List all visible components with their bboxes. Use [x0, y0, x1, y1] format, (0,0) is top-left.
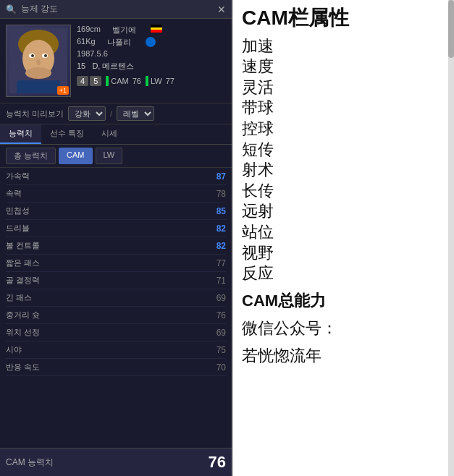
player-weight-row: 61Kg 나폴리 — [77, 37, 226, 48]
stat-row: 반응 속도70 — [6, 359, 226, 376]
stat-row: 중거리 슛76 — [6, 307, 226, 324]
player-name-row: 15 D, 메르텐스 — [77, 61, 226, 72]
info-item: 射术 — [242, 160, 445, 181]
country-flag — [151, 25, 162, 33]
stat-name: 골 결정력 — [6, 275, 40, 286]
player-face-svg — [9, 28, 67, 93]
scrollbar-track[interactable] — [448, 0, 454, 476]
stat-value: 69 — [204, 293, 226, 303]
svg-rect-9 — [17, 80, 60, 93]
info-item: 站位 — [242, 222, 445, 243]
close-button[interactable]: ✕ — [217, 4, 226, 15]
stat-value: 78 — [204, 189, 226, 199]
top-bar: 🔍 능제 강도 ✕ — [0, 0, 232, 19]
stat-value: 85 — [204, 206, 226, 216]
stat-value: 87 — [204, 171, 226, 182]
info-item: 速度 — [242, 56, 445, 77]
level-select[interactable]: 레벨 — [117, 106, 154, 121]
player-id: 15 — [77, 61, 85, 70]
info-total: CAM总能力 — [242, 290, 445, 312]
number-4: 4 — [77, 76, 88, 86]
ctrl-divider: / — [110, 109, 112, 118]
info-item: 带球 — [242, 98, 445, 119]
svg-point-7 — [36, 59, 41, 65]
sub-tabs: 총 능력치 CAM LW — [0, 145, 232, 168]
top-bar-title: 🔍 능제 강도 — [6, 3, 58, 15]
stat-name: 짧은 패스 — [6, 258, 40, 268]
stat-name: 시야 — [6, 344, 22, 355]
preview-label: 능력치 미리보기 — [6, 109, 64, 119]
info-item: 加速 — [242, 36, 445, 57]
stat-value: 82 — [204, 241, 226, 251]
subtab-total[interactable]: 총 능력치 — [6, 148, 56, 164]
stat-row: 시야75 — [6, 341, 226, 359]
stats-list: 가속력87속력78민첩성85드리블82볼 컨트롤82짧은 패스77골 결정력71… — [0, 168, 232, 448]
info-item: 远射 — [242, 201, 445, 222]
player-height: 169cm — [77, 25, 101, 35]
enhance-select[interactable]: 강화 — [68, 106, 106, 121]
stat-row: 드리블82 — [6, 220, 226, 237]
stat-row: 속력78 — [6, 185, 226, 203]
scrollbar-thumb[interactable] — [448, 0, 454, 58]
team-logo — [146, 37, 156, 47]
subtab-lw[interactable]: LW — [96, 148, 123, 164]
player-details: 169cm 벨기에 61Kg 나폴리 1987.5.6 15 D, 메르텐스 4 — [77, 25, 226, 97]
stat-value: 71 — [204, 276, 226, 286]
main-tabs: 능력치 선수 특징 시세 — [0, 124, 232, 145]
stat-name: 볼 컨트롤 — [6, 240, 40, 251]
stat-row: 위치 선정69 — [6, 324, 226, 341]
stat-row: 짧은 패스77 — [6, 255, 226, 272]
pos-lw-score: 77 — [166, 77, 175, 85]
search-icon: 🔍 — [6, 4, 17, 14]
stat-value: 70 — [204, 362, 226, 373]
stat-name: 가속력 — [6, 171, 30, 182]
stat-name: 드리블 — [6, 223, 30, 234]
tab-stats[interactable]: 능력치 — [0, 124, 41, 144]
pos-lw-label: LW — [151, 77, 162, 85]
controls-row: 능력치 미리보기 강화 / 레벨 — [0, 103, 232, 124]
player-numbers: 4 5 — [77, 76, 101, 86]
pos-bar-lw — [146, 76, 148, 86]
info-item: 视野 — [242, 243, 445, 264]
stat-value: 69 — [204, 328, 226, 338]
stat-name: 민첩성 — [6, 205, 30, 216]
stat-value: 77 — [204, 258, 226, 268]
left-panel: 🔍 능제 강도 ✕ — [0, 0, 232, 476]
stat-value: 76 — [204, 310, 226, 320]
stat-row: 긴 패스69 — [6, 289, 226, 307]
player-birth-row: 1987.5.6 — [77, 49, 226, 58]
stat-value: 75 — [204, 345, 226, 355]
info-wechat-id: 若恍惚流年 — [242, 345, 445, 367]
pos-cam-label: CAM — [111, 77, 128, 85]
player-birth: 1987.5.6 — [77, 49, 108, 58]
svg-point-5 — [31, 54, 34, 57]
pos-bar-cam — [106, 76, 109, 86]
pos-lw-item: LW 77 — [146, 76, 175, 86]
player-avatar: +1 — [6, 25, 71, 97]
info-item: 控球 — [242, 119, 445, 140]
info-item: 反应 — [242, 263, 445, 284]
stat-name: 반응 속도 — [6, 362, 40, 373]
info-item: 灵活 — [242, 77, 445, 98]
stat-name: 위치 선정 — [6, 327, 40, 338]
stat-name: 긴 패스 — [6, 292, 32, 303]
cam-total-label: CAM 능력치 — [6, 456, 54, 469]
stat-row: 가속력87 — [6, 168, 226, 185]
tab-market[interactable]: 시세 — [93, 124, 126, 144]
cam-total-value: 76 — [209, 453, 226, 472]
position-badges: 4 5 CAM 76 LW 77 — [77, 76, 226, 86]
rating-badge: +1 — [57, 86, 69, 95]
player-weight: 61Kg — [77, 37, 96, 48]
stat-row: 골 결정력71 — [6, 272, 226, 289]
stat-row: 볼 컨트롤82 — [6, 237, 226, 255]
pos-cam-score: 76 — [133, 77, 141, 85]
info-items-section: 加速速度灵活带球控球短传射术长传远射站位视野反应 — [242, 36, 445, 284]
player-info: +1 169cm 벨기에 61Kg 나폴리 1987.5.6 15 D, 메르텐… — [0, 19, 232, 103]
stat-value: 82 — [204, 224, 226, 234]
subtab-cam[interactable]: CAM — [59, 148, 92, 164]
tab-traits[interactable]: 선수 특징 — [41, 124, 93, 144]
topbar-title-text: 능제 강도 — [21, 3, 58, 15]
right-panel: CAM栏属性 加速速度灵活带球控球短传射术长传远射站位视野反应 CAM总能力 微… — [232, 0, 454, 476]
player-team: 나폴리 — [107, 37, 131, 48]
number-5: 5 — [90, 76, 101, 86]
